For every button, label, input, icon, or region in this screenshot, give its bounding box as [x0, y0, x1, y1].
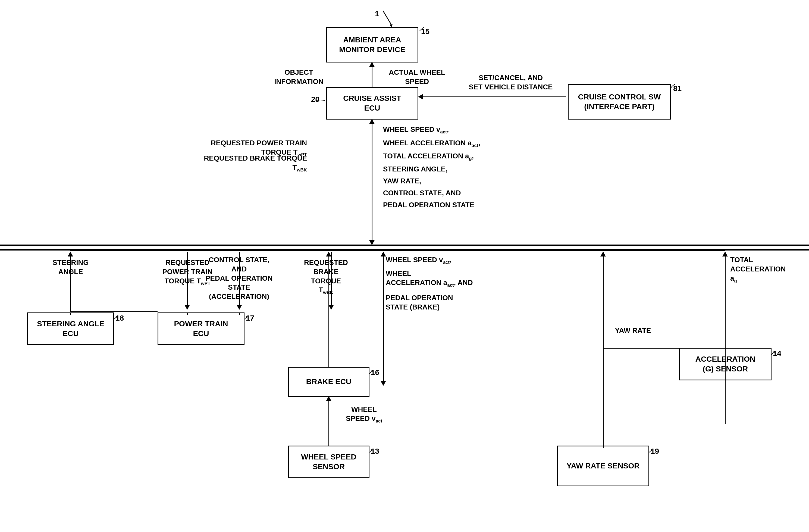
ref13-curve [368, 448, 376, 454]
yaw-rate-sensor-label: YAW RATE SENSOR [566, 461, 639, 471]
wss-to-brake-line [328, 397, 329, 446]
wheel-speed-sensor-box: WHEEL SPEEDSENSOR [288, 446, 369, 478]
object-info-label: OBJECT INFORMATION [266, 68, 331, 86]
ref17-curve [243, 315, 251, 321]
ref81-curve [670, 83, 678, 90]
arrow-up-cruise [369, 119, 375, 124]
yaw-rate-sensor-box: YAW RATE SENSOR [557, 446, 649, 486]
cruise-down-line [372, 120, 373, 242]
arrow-up-brake [326, 252, 331, 257]
ref18-curve [113, 315, 121, 321]
yaw-sensor-up-line [603, 446, 604, 448]
pt-box-v-line [187, 312, 188, 315]
req-brake-bottom-label: REQUESTEDBRAKETORQUETwBK [291, 258, 361, 296]
cruise-sw-label: CRUISE CONTROL SW(INTERFACE PART) [578, 92, 661, 112]
ref16-curve [368, 370, 376, 375]
pt-ecu-box: POWER TRAINECU [158, 312, 244, 345]
yaw-rate-v-line [603, 252, 604, 446]
main-bus-line [70, 251, 725, 251]
arrow-up-ambient [369, 62, 375, 67]
arrow-up-brake-right [381, 252, 386, 257]
arrow-up-yaw [600, 252, 606, 257]
brake-ecu-v-line [328, 252, 329, 367]
ambient-monitor-box: AMBIENT AREA MONITOR DEVICE [326, 27, 418, 63]
arrow-down-brake-req [328, 305, 334, 310]
total-accel-info: TOTAL ACCELERATION ag, [383, 152, 508, 162]
wheel-speed-info: WHEEL SPEED vact, [383, 125, 508, 135]
steering-angle-info: STEERING ANGLE, [383, 165, 508, 174]
yaw-rate-label: YAW RATE [606, 326, 660, 335]
ref1-arrow [367, 8, 399, 30]
cruise-ecu-label: CRUISE ASSISTECU [343, 93, 401, 113]
ref15-arrow [418, 26, 427, 33]
actual-wheel-speed-label: ACTUAL WHEEL SPEED [379, 68, 455, 86]
wheel-accel-brake-label: WHEELACCELERATION aact, AND [386, 269, 500, 288]
arrow-down-ws-brake [381, 381, 386, 386]
svg-line-0 [383, 11, 391, 24]
total-accel-bottom-label: TOTALACCELERATIONag [730, 255, 806, 284]
yaw-accel-h-line [603, 348, 725, 348]
arrow-up-steering [68, 252, 73, 257]
steering-h-line [70, 311, 158, 312]
yaw-rate-info: YAW RATE, [383, 177, 508, 186]
steering-ecu-up-line [70, 312, 71, 315]
diagram: 1 AMBIENT AREA MONITOR DEVICE 15 OBJECT … [0, 0, 809, 532]
ctrl-box-v-line [239, 312, 240, 315]
brake-right-v-line [383, 252, 384, 301]
req-brake-torque-label: REQUESTED BRAKE TORQUE TwBK [190, 154, 307, 173]
cruise-ecu-box: CRUISE ASSISTECU [326, 87, 418, 120]
ref14-curve [770, 350, 778, 356]
control-state-info: CONTROL STATE, AND [383, 189, 508, 198]
brake-ecu-box: BRAKE ECU [288, 367, 369, 397]
svg-line-2 [420, 27, 424, 31]
wheel-accel-info: WHEEL ACCELERATION aact, [383, 139, 508, 149]
separator-top [0, 244, 809, 246]
wheel-speed-vact-label: WHEELSPEED vact [334, 405, 394, 424]
arrow-up-wss [326, 396, 331, 401]
brake-ecu-label: BRAKE ECU [306, 377, 351, 387]
arrow-up-total-accel [722, 252, 728, 257]
arrow-left-cruise-sw [418, 94, 423, 100]
brake-ws-v-line [383, 301, 384, 382]
control-state-bottom-label: CONTROL STATE,ANDPEDAL OPERATIONSTATE(AC… [193, 255, 285, 301]
total-accel-v-line [725, 252, 726, 348]
ref19-curve [648, 448, 656, 454]
steering-angle-bottom-label: STEERINGANGLE [33, 258, 109, 277]
steering-ecu-box: STEERING ANGLEECU [27, 312, 114, 345]
accel-sensor-v-line [725, 348, 726, 424]
steering-ecu-label: STEERING ANGLEECU [37, 319, 104, 339]
ref20-curve [314, 98, 327, 103]
pedal-brake-state-label: PEDAL OPERATIONSTATE (BRAKE) [386, 293, 500, 312]
arrow-down-pt [185, 305, 190, 310]
wheel-speed-sensor-label: WHEEL SPEEDSENSOR [301, 452, 356, 472]
pedal-op-info: PEDAL OPERATION STATE [383, 201, 508, 210]
cruise-sw-box: CRUISE CONTROL SW(INTERFACE PART) [568, 84, 671, 120]
ambient-monitor-label: AMBIENT AREA MONITOR DEVICE [327, 35, 417, 55]
arrow-down-ctrl [237, 305, 242, 310]
set-cancel-label: SET/CANCEL, ANDSET VEHICLE DISTANCE [465, 73, 557, 92]
pt-ecu-label: POWER TRAINECU [174, 319, 228, 339]
cruise-sw-line [422, 97, 566, 97]
wheel-speed-brake-label: WHEEL SPEED vact, [386, 255, 500, 265]
